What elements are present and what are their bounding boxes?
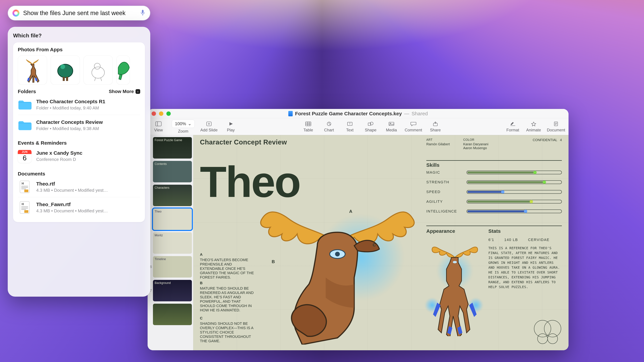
show-more-button[interactable]: Show More › <box>109 89 140 94</box>
slide-canvas[interactable]: Character Concept Review ART Ramón Gilab… <box>193 135 568 350</box>
folder-icon <box>18 118 32 132</box>
share-button[interactable]: Share <box>428 121 443 132</box>
table-button[interactable]: Table <box>301 121 316 132</box>
event-item[interactable]: JUN 6 June x Candy Sync Conference Room … <box>18 146 140 166</box>
document-item-2[interactable]: H Theo_Fawn.rtf 4.3 MB • Document • Modi… <box>18 197 140 218</box>
format-label: Format <box>506 128 519 132</box>
svg-text:H: H <box>22 182 24 185</box>
slide-thumb-4[interactable]: Theo <box>148 209 192 230</box>
svg-point-26 <box>534 320 551 337</box>
folder-sub: Folder • Modified today, 9:38 AM <box>36 126 103 131</box>
folder-item-1[interactable]: Theo Character Concepts R1 Folder • Modi… <box>18 94 140 115</box>
slide-thumb-6[interactable]: 6Timeline <box>148 256 192 278</box>
slide-thumb-1[interactable]: Forest Puzzle Game <box>148 137 192 159</box>
slide-thumb-5[interactable]: Moritz <box>148 232 192 254</box>
zoom-pill[interactable]: 100% ⌄ <box>172 120 195 128</box>
media-button[interactable]: Media <box>384 121 399 132</box>
chart-icon <box>326 121 332 127</box>
doc-sub: 4.3 MB • Document • Modified yest… <box>36 208 108 214</box>
skill-row-agility: AGILITY <box>426 199 562 204</box>
photo-thumb-1[interactable] <box>18 55 47 85</box>
photos-row <box>18 55 140 85</box>
share-icon <box>432 121 439 127</box>
photo-thumb-2[interactable] <box>51 55 80 85</box>
stats-line: 6'1 140 LB CERVIDAE <box>488 238 550 242</box>
rtf-doc-icon: H <box>18 201 32 214</box>
close-window-button[interactable] <box>152 111 156 116</box>
document-item-1[interactable]: H Theo.rtf 4.3 MB • Document • Modified … <box>18 177 140 197</box>
spotlight-search-bar[interactable] <box>8 6 150 20</box>
keynote-doc-icon <box>288 111 293 116</box>
svg-rect-34 <box>63 77 65 81</box>
skill-row-strength: STRENGTH <box>426 180 562 184</box>
divider-mid <box>426 226 562 226</box>
zoom-label: Zoom <box>178 129 188 134</box>
meta-color: COLOR Karan Daryanani Aaron Musengo <box>463 138 507 150</box>
add-slide-label: Add Slide <box>200 128 218 132</box>
svg-rect-49 <box>21 209 26 210</box>
doc-sub: 4.3 MB • Document • Modified yest… <box>36 188 108 193</box>
photo-thumb-3[interactable] <box>84 55 113 85</box>
svg-rect-44 <box>24 190 28 192</box>
slide-thumb-2[interactable]: Contents <box>148 161 192 182</box>
slide-thumb-3[interactable]: Characters <box>148 185 192 206</box>
documents-section-title: Documents <box>18 171 140 177</box>
zoom-control[interactable]: 100% ⌄ Zoom <box>172 120 195 134</box>
skill-bar <box>466 200 562 203</box>
comment-label: Comment <box>405 128 422 132</box>
play-button[interactable]: Play <box>223 121 238 132</box>
svg-rect-43 <box>21 189 26 189</box>
rtf-doc-icon: H <box>18 180 32 194</box>
shape-button[interactable]: Shape <box>363 121 378 132</box>
slide-heading: Character Concept Review <box>200 138 287 146</box>
svg-rect-35 <box>66 77 68 81</box>
skill-bar <box>466 180 562 184</box>
comment-button[interactable]: Comment <box>405 121 422 132</box>
svg-text:H: H <box>22 202 24 206</box>
folders-section-title: Folders <box>18 89 36 94</box>
skill-bar <box>466 190 562 194</box>
media-label: Media <box>386 128 397 132</box>
folder-sub: Folder • Modified today, 9:40 AM <box>36 105 105 111</box>
skills-heading: Skills <box>426 162 440 168</box>
svg-rect-47 <box>21 206 28 207</box>
svg-point-24 <box>335 252 340 256</box>
svg-point-36 <box>60 64 65 69</box>
svg-point-25 <box>453 261 457 263</box>
slide-thumb-7[interactable]: 7Background <box>148 280 192 301</box>
fullscreen-window-button[interactable] <box>166 111 171 116</box>
siri-icon <box>12 9 20 16</box>
document-button[interactable]: Document <box>547 121 565 132</box>
folder-item-2[interactable]: Character Concepts Review Folder • Modif… <box>18 115 140 135</box>
shape-label: Shape <box>365 128 376 132</box>
play-icon <box>228 121 234 127</box>
svg-point-29 <box>548 334 558 344</box>
spotlight-results-panel: Which file? Photos From Apps Folders Sho… <box>8 27 150 297</box>
chart-button[interactable]: Chart <box>322 121 336 132</box>
search-input[interactable] <box>23 9 136 16</box>
slide-thumb-8[interactable] <box>148 304 192 325</box>
annot-b: B MATURE THEO SHOULD BE RENDERED AS ANGU… <box>200 281 255 312</box>
document-label: Document <box>547 128 565 132</box>
animate-button[interactable]: Animate <box>526 121 541 132</box>
shared-label: Shared <box>412 111 428 116</box>
svg-point-28 <box>538 334 548 344</box>
spotlight-card: Photos From Apps Folders Show More › <box>13 42 145 222</box>
view-button[interactable]: View <box>151 121 166 132</box>
svg-text:T: T <box>349 122 351 125</box>
media-icon <box>388 121 395 127</box>
theo-appearance-figure <box>426 242 483 336</box>
title-dash: — <box>404 111 409 116</box>
skill-row-speed: SPEED <box>426 190 562 194</box>
annot-c: C SHADING SHOULD NOT BE OVERLY COMPLEX—T… <box>200 316 255 343</box>
add-slide-button[interactable]: Add Slide <box>200 121 218 132</box>
stats-heading: Stats <box>488 228 500 234</box>
chart-label: Chart <box>324 128 334 132</box>
slide-navigator[interactable]: Forest Puzzle Game Contents Characters T… <box>148 135 193 350</box>
text-button[interactable]: T Text <box>342 121 358 132</box>
format-button[interactable]: Format <box>505 121 520 132</box>
minimize-window-button[interactable] <box>159 111 163 116</box>
keynote-toolbar: View 100% ⌄ Zoom Add Slide Play Table Ch… <box>148 118 568 135</box>
photo-thumb-4[interactable] <box>116 55 130 85</box>
microphone-icon[interactable] <box>140 9 146 17</box>
